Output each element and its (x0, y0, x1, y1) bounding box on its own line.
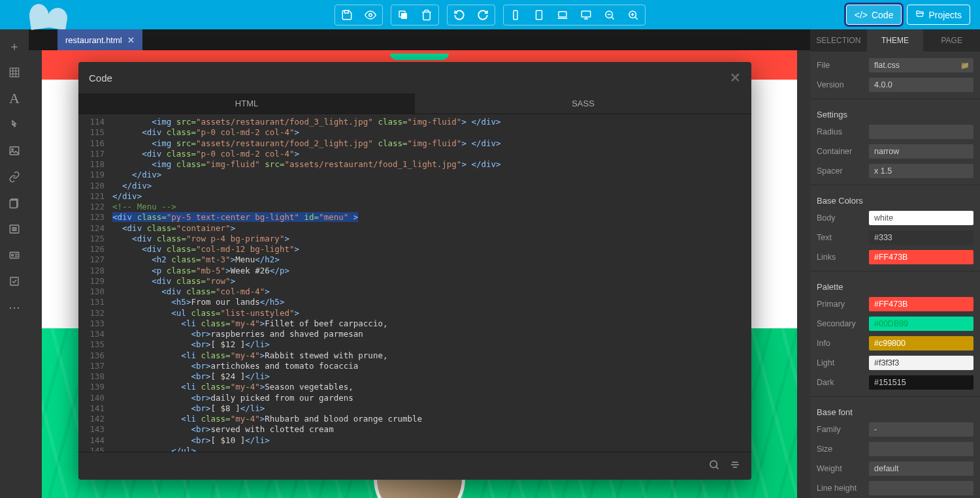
svg-rect-5 (536, 10, 542, 20)
links-color[interactable]: #FF473B (869, 250, 973, 264)
svg-point-19 (710, 461, 717, 468)
primary-color[interactable]: #FF473B (869, 297, 973, 311)
copy-icon[interactable] (391, 5, 415, 25)
trash-icon[interactable] (415, 5, 438, 25)
device-tablet-icon[interactable] (527, 5, 551, 25)
toolbar-center (335, 5, 645, 25)
code-button[interactable]: </> Code (846, 5, 902, 25)
tab-theme[interactable]: THEME (867, 29, 924, 52)
basefont-header: Base font (810, 401, 980, 420)
modal-title: Code (89, 72, 112, 84)
family-input[interactable]: - (869, 422, 973, 437)
file-input[interactable]: flat.css (869, 58, 973, 72)
device-desktop-icon[interactable] (574, 5, 598, 25)
tab-page[interactable]: PAGE (923, 29, 980, 52)
code-modal-tabs: HTML SASS (78, 93, 751, 114)
file-tab-label: restaurant.html (65, 35, 122, 45)
svg-rect-6 (559, 11, 566, 16)
palette-header: Palette (810, 275, 980, 294)
body-color[interactable]: white (869, 211, 973, 225)
info-color[interactable]: #c99800 (869, 336, 973, 350)
container-input[interactable]: narrow (869, 144, 973, 159)
projects-button[interactable]: Projects (907, 5, 970, 25)
projects-button-label: Projects (928, 10, 962, 20)
save-icon[interactable] (335, 5, 359, 25)
file-label: File (817, 61, 864, 70)
svg-rect-14 (10, 200, 17, 208)
zoom-in-icon[interactable] (621, 5, 645, 25)
folder-open-icon (915, 9, 924, 20)
checkbox-icon[interactable] (0, 270, 29, 293)
svg-point-12 (12, 149, 13, 150)
radius-input[interactable] (869, 125, 973, 139)
top-toolbar: </> Code Projects (0, 0, 980, 29)
code-icon: </> (855, 10, 868, 20)
lineheight-input[interactable] (869, 481, 973, 495)
code-editor[interactable]: 114 <img src="assets/restaurant/food_3_l… (78, 114, 751, 452)
add-icon[interactable]: ＋ (0, 35, 29, 58)
svg-rect-7 (581, 11, 591, 17)
tab-sass[interactable]: SASS (415, 93, 751, 114)
grid-icon[interactable] (0, 61, 29, 84)
spacer-input[interactable]: x 1.5 (869, 164, 973, 178)
svg-rect-0 (344, 10, 348, 13)
close-tab-icon[interactable]: ✕ (127, 35, 135, 45)
tab-html[interactable]: HTML (78, 93, 415, 114)
version-label: Version (817, 80, 864, 89)
close-icon[interactable]: ✕ (730, 70, 741, 86)
size-input[interactable] (869, 442, 973, 456)
list-icon[interactable] (0, 217, 29, 241)
file-tab[interactable]: restaurant.html ✕ (57, 29, 142, 50)
redo-icon[interactable] (471, 5, 495, 25)
link-icon[interactable] (0, 165, 29, 189)
more-icon[interactable]: ⋯ (0, 296, 29, 319)
svg-rect-11 (10, 147, 19, 155)
device-mobile-icon[interactable] (504, 5, 527, 25)
zoom-out-icon[interactable] (598, 5, 621, 25)
svg-point-17 (12, 255, 14, 257)
svg-rect-2 (401, 13, 407, 19)
card-icon[interactable] (0, 243, 29, 267)
left-sidebar: ＋ A ⋯ (0, 29, 29, 498)
pointer-icon[interactable] (0, 113, 29, 136)
app-logo (10, 1, 65, 29)
stack-icon[interactable] (0, 191, 29, 215)
right-panel: SELECTION THEME PAGE File flat.css Versi… (810, 29, 980, 498)
weight-input[interactable]: default (869, 461, 973, 476)
svg-rect-18 (10, 277, 18, 285)
secondary-color[interactable]: #00DB99 (869, 317, 973, 331)
basecolors-header: Base Colors (810, 189, 980, 208)
text-color[interactable]: #333 (869, 230, 973, 245)
code-button-label: Code (872, 10, 893, 20)
svg-rect-4 (514, 10, 517, 20)
preview-icon[interactable] (359, 5, 382, 25)
image-icon[interactable] (0, 139, 29, 163)
dark-color[interactable]: #151515 (869, 375, 973, 390)
svg-rect-10 (10, 68, 19, 77)
light-color[interactable]: #f3f3f3 (869, 356, 973, 370)
svg-point-1 (369, 13, 372, 16)
tab-selection[interactable]: SELECTION (810, 29, 867, 52)
undo-icon[interactable] (448, 5, 471, 25)
settings-header: Settings (810, 103, 980, 122)
search-icon[interactable] (708, 459, 720, 473)
code-modal: Code ✕ HTML SASS 114 <img src="assets/re… (78, 62, 751, 480)
device-laptop-icon[interactable] (551, 5, 574, 25)
version-input[interactable]: 4.0.0 (869, 78, 973, 92)
text-icon[interactable]: A (0, 87, 29, 110)
menu-lines-icon[interactable] (729, 459, 741, 473)
